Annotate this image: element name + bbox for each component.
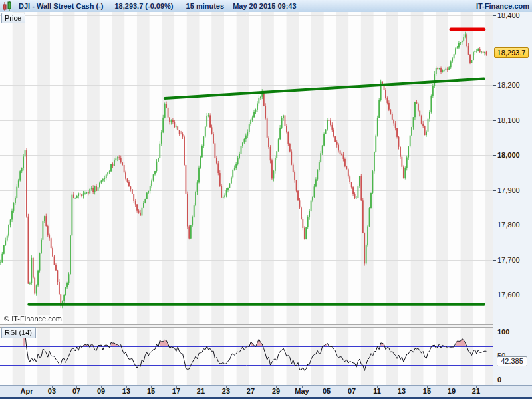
copyright-watermark: © IT-Finance.com bbox=[3, 315, 63, 323]
axis-tick bbox=[427, 386, 428, 388]
axis-tick bbox=[377, 386, 378, 388]
axis-tick bbox=[126, 386, 127, 388]
axis-tick bbox=[302, 386, 303, 388]
rsi-chart-canvas[interactable] bbox=[0, 327, 493, 385]
price-axis[interactable]: 18,293.7 42.385 18,40018,20018,10018,000… bbox=[493, 12, 532, 385]
rsi-axis-label: 0 bbox=[497, 376, 501, 384]
axis-tick bbox=[493, 356, 496, 356]
datetime-label: May 20 2015 09:43 bbox=[233, 0, 296, 12]
rsi-axis-label: 100 bbox=[497, 328, 509, 336]
candlestick-icon bbox=[2, 0, 13, 12]
timeframe-label[interactable]: 15 minutes bbox=[186, 0, 224, 12]
axis-tick bbox=[226, 386, 227, 388]
axis-tick bbox=[352, 386, 352, 388]
price-axis-label: 18,100 bbox=[497, 116, 520, 124]
axis-tick bbox=[476, 386, 477, 388]
axis-tick bbox=[493, 190, 496, 191]
pane-divider[interactable] bbox=[0, 324, 493, 328]
last-quote: 18,293.7 (-0.09%) bbox=[114, 0, 173, 12]
axis-tick bbox=[76, 386, 77, 388]
price-axis-label: 18,400 bbox=[497, 11, 520, 19]
chart-window: DJI - Wall Street Cash (-) 18,293.7 (-0.… bbox=[0, 0, 532, 399]
axis-tick bbox=[493, 332, 496, 332]
rsi-value-label: 42.385 bbox=[497, 356, 527, 366]
price-chart-canvas[interactable] bbox=[0, 12, 493, 324]
axis-tick bbox=[493, 120, 496, 121]
tab-price[interactable]: Price bbox=[1, 13, 25, 23]
date-axis[interactable]: Apr03070913151721232729May05071113151921 bbox=[0, 385, 532, 398]
axis-tick bbox=[493, 155, 496, 156]
axis-tick bbox=[327, 386, 327, 388]
price-axis-label: 17,600 bbox=[497, 291, 520, 299]
brand-label: IT-Finance.com bbox=[476, 0, 529, 12]
axis-tick bbox=[151, 386, 152, 388]
axis-tick bbox=[52, 386, 53, 388]
axis-tick bbox=[101, 386, 102, 388]
axis-tick bbox=[493, 260, 496, 261]
price-axis-label: 17,700 bbox=[497, 256, 520, 264]
axis-tick bbox=[251, 386, 251, 388]
last-price-label: 18,293.7 bbox=[494, 47, 529, 58]
price-axis-label: 17,900 bbox=[497, 186, 520, 194]
axis-tick bbox=[493, 85, 496, 86]
axis-tick bbox=[176, 386, 177, 388]
axis-tick bbox=[27, 386, 27, 388]
axis-tick bbox=[402, 386, 402, 388]
titlebar: DJI - Wall Street Cash (-) 18,293.7 (-0.… bbox=[0, 0, 532, 13]
instrument-title: DJI - Wall Street Cash (-) bbox=[19, 0, 103, 12]
axis-tick bbox=[493, 295, 496, 295]
price-axis-label: 17,800 bbox=[497, 221, 520, 229]
axis-tick bbox=[201, 386, 201, 388]
axis-tick bbox=[493, 380, 496, 380]
axis-tick bbox=[493, 15, 496, 16]
price-axis-label: 18,200 bbox=[497, 81, 520, 89]
axis-tick bbox=[493, 225, 496, 225]
price-axis-label: 18,000 bbox=[497, 151, 520, 159]
tab-rsi[interactable]: RSI (14) bbox=[1, 327, 36, 338]
axis-tick bbox=[276, 386, 277, 388]
axis-tick bbox=[452, 386, 452, 388]
